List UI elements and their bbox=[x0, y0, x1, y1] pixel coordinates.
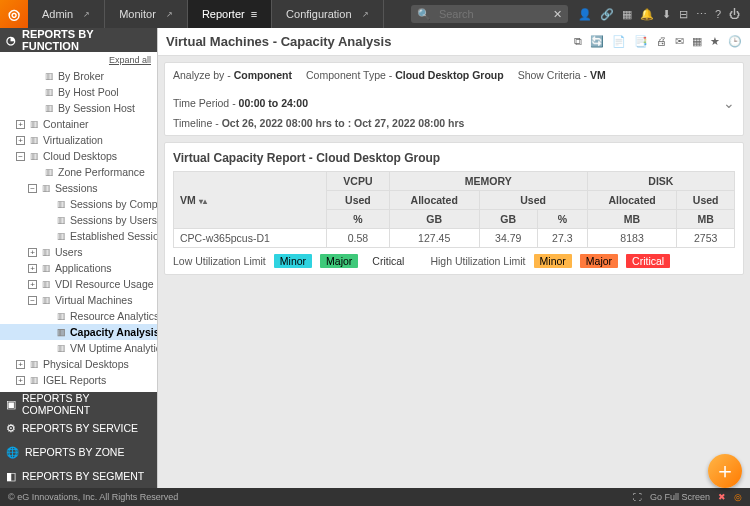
menu-icon[interactable]: ⊟ bbox=[679, 8, 688, 21]
cell-mem_alloc_gb: 127.45 bbox=[389, 229, 479, 248]
cell-disk_used_mb: 2753 bbox=[677, 229, 735, 248]
help-icon[interactable]: ? bbox=[715, 8, 721, 21]
menu-icon[interactable]: ≡ bbox=[251, 8, 257, 20]
tab-reporter[interactable]: Reporter≡ bbox=[188, 0, 272, 28]
tree-toggle-icon[interactable]: + bbox=[28, 264, 37, 273]
expand-all-link[interactable]: Expand all bbox=[109, 55, 151, 65]
link-icon[interactable]: 🔗 bbox=[600, 8, 614, 21]
sidebar-item-resource-analytics[interactable]: ▥Resource Analytics bbox=[0, 308, 157, 324]
search-input[interactable] bbox=[437, 7, 547, 21]
user-icon[interactable]: 👤 bbox=[578, 8, 592, 21]
sidebar-item-by-host-pool[interactable]: ▥By Host Pool bbox=[0, 84, 157, 100]
sidebar-item-zone-performance[interactable]: ▥Zone Performance bbox=[0, 164, 157, 180]
tree-node-icon: ▥ bbox=[28, 118, 40, 130]
tree-toggle-icon bbox=[40, 232, 52, 241]
sidebar-item-applications[interactable]: +▥Applications bbox=[0, 260, 157, 276]
power-icon[interactable]: ⏻ bbox=[729, 8, 740, 21]
col-vm[interactable]: VM ▾▴ bbox=[174, 172, 327, 229]
export-pdf-icon[interactable]: 📄 bbox=[612, 35, 626, 48]
sidebar-item-igel-reports[interactable]: +▥IGEL Reports bbox=[0, 372, 157, 388]
sidebar-item-virtual-machines[interactable]: −▥Virtual Machines bbox=[0, 292, 157, 308]
tree-node-label: Physical Desktops bbox=[43, 358, 129, 370]
sidebar-item-vdi-resource-usage[interactable]: +▥VDI Resource Usage bbox=[0, 276, 157, 292]
page-title-bar: Virtual Machines - Capacity Analysis ⧉ 🔄… bbox=[158, 28, 750, 56]
refresh-icon[interactable]: 🔄 bbox=[590, 35, 604, 48]
brand-logo: ◎ bbox=[0, 0, 28, 28]
sidebar-item-sessions-by-users[interactable]: ▥Sessions by Users bbox=[0, 212, 157, 228]
popout-icon: ↗ bbox=[362, 10, 369, 19]
grid-icon[interactable]: ▦ bbox=[622, 8, 632, 21]
sidebar-item-capacity-analysis[interactable]: ▥Capacity Analysis bbox=[0, 324, 157, 340]
tree-node-label: Applications bbox=[55, 262, 112, 274]
more-icon[interactable]: ⋯ bbox=[696, 8, 707, 21]
logo-icon: ◎ bbox=[734, 492, 742, 502]
fullscreen-icon[interactable]: ⛶ bbox=[633, 492, 642, 502]
tree-toggle-icon[interactable]: − bbox=[28, 184, 37, 193]
tree-toggle-icon bbox=[40, 216, 52, 225]
collapse-icon[interactable]: ⧉ bbox=[574, 35, 582, 48]
download-icon[interactable]: ⬇ bbox=[662, 8, 671, 21]
legend-high-critical: Critical bbox=[626, 254, 670, 268]
tree-toggle-icon[interactable]: + bbox=[16, 120, 25, 129]
tree-node-icon: ▥ bbox=[28, 134, 40, 146]
tab-admin[interactable]: Admin↗ bbox=[28, 0, 105, 28]
global-search[interactable]: 🔍 ✕ bbox=[411, 5, 568, 23]
search-icon: 🔍 bbox=[417, 8, 431, 21]
tree-toggle-icon[interactable]: + bbox=[28, 248, 37, 257]
sidebar-header-service[interactable]: ⚙REPORTS BY SERVICE bbox=[0, 416, 157, 440]
tree-list: Expand all ▥By Broker▥By Host Pool▥By Se… bbox=[0, 52, 157, 392]
bell-icon[interactable]: 🔔 bbox=[640, 8, 654, 21]
email-icon[interactable]: ✉ bbox=[675, 35, 684, 48]
add-fab-button[interactable]: ＋ bbox=[708, 454, 742, 488]
sidebar-item-users[interactable]: +▥Users bbox=[0, 244, 157, 260]
tree-node-label: Virtualization bbox=[43, 134, 103, 146]
tree-node-icon: ▥ bbox=[40, 246, 52, 258]
tree-toggle-icon[interactable]: + bbox=[16, 376, 25, 385]
cell-vcpu_used_pct: 0.58 bbox=[327, 229, 390, 248]
chevron-down-icon[interactable]: ⌄ bbox=[723, 95, 735, 111]
star-icon[interactable]: ★ bbox=[710, 35, 720, 48]
tree-toggle-icon[interactable]: + bbox=[16, 360, 25, 369]
page-title: Virtual Machines - Capacity Analysis bbox=[166, 34, 391, 49]
filter-summary-panel[interactable]: Analyze by - Component Component Type - … bbox=[164, 62, 744, 136]
sidebar-item-sessions-by-compo[interactable]: ▥Sessions by Compo bbox=[0, 196, 157, 212]
tree-node-label: Virtual Machines bbox=[55, 294, 132, 306]
tree-toggle-icon bbox=[40, 312, 52, 321]
sidebar-item-by-session-host[interactable]: ▥By Session Host bbox=[0, 100, 157, 116]
fullscreen-label[interactable]: Go Full Screen bbox=[650, 492, 710, 502]
tree-toggle-icon[interactable]: + bbox=[16, 136, 25, 145]
table-row[interactable]: CPC-w365pcus-D10.58127.4534.7927.3818327… bbox=[174, 229, 735, 248]
tree-node-label: Resource Analytics bbox=[70, 310, 157, 322]
sidebar-item-physical-desktops[interactable]: +▥Physical Desktops bbox=[0, 356, 157, 372]
sidebar-header-component[interactable]: ▣REPORTS BY COMPONENT bbox=[0, 392, 157, 416]
sidebar-item-established-session[interactable]: ▥Established Session bbox=[0, 228, 157, 244]
tree-toggle-icon[interactable]: − bbox=[16, 152, 25, 161]
tree-row-top: Expand all bbox=[0, 52, 157, 68]
sidebar-item-virtualization[interactable]: +▥Virtualization bbox=[0, 132, 157, 148]
sidebar-header-zone[interactable]: 🌐REPORTS BY ZONE bbox=[0, 440, 157, 464]
sidebar-item-sessions[interactable]: −▥Sessions bbox=[0, 180, 157, 196]
dashboard-icon[interactable]: ▦ bbox=[692, 35, 702, 48]
schedule-icon[interactable]: 🕒 bbox=[728, 35, 742, 48]
tree-node-label: By Session Host bbox=[58, 102, 135, 114]
sidebar-item-vm-uptime-analytics[interactable]: ▥VM Uptime Analytics bbox=[0, 340, 157, 356]
gear-icon: ⚙ bbox=[6, 422, 16, 434]
clear-icon[interactable]: ✕ bbox=[553, 8, 562, 21]
sidebar-item-by-broker[interactable]: ▥By Broker bbox=[0, 68, 157, 84]
export-csv-icon[interactable]: 📑 bbox=[634, 35, 648, 48]
page-title-actions: ⧉ 🔄 📄 📑 🖨 ✉ ▦ ★ 🕒 bbox=[574, 35, 742, 48]
tree-toggle-icon[interactable]: − bbox=[28, 296, 37, 305]
tree-node-label: VDI Resource Usage bbox=[55, 278, 154, 290]
sidebar-item-container[interactable]: +▥Container bbox=[0, 116, 157, 132]
legend-high-minor: Minor bbox=[534, 254, 572, 268]
sidebar-item-cloud-desktops[interactable]: −▥Cloud Desktops bbox=[0, 148, 157, 164]
tab-monitor[interactable]: Monitor↗ bbox=[105, 0, 188, 28]
sidebar-header-function[interactable]: ◔ REPORTS BY FUNCTION bbox=[0, 28, 157, 52]
tree-toggle-icon[interactable]: + bbox=[28, 280, 37, 289]
sidebar: ◔ REPORTS BY FUNCTION Expand all ▥By Bro… bbox=[0, 28, 158, 488]
cell-mem_used_gb: 34.79 bbox=[479, 229, 537, 248]
sidebar-header-segment[interactable]: ◧REPORTS BY SEGMENT bbox=[0, 464, 157, 488]
print-icon[interactable]: 🖨 bbox=[656, 35, 667, 48]
close-button[interactable]: ✖ bbox=[718, 492, 726, 502]
tab-configuration[interactable]: Configuration↗ bbox=[272, 0, 383, 28]
